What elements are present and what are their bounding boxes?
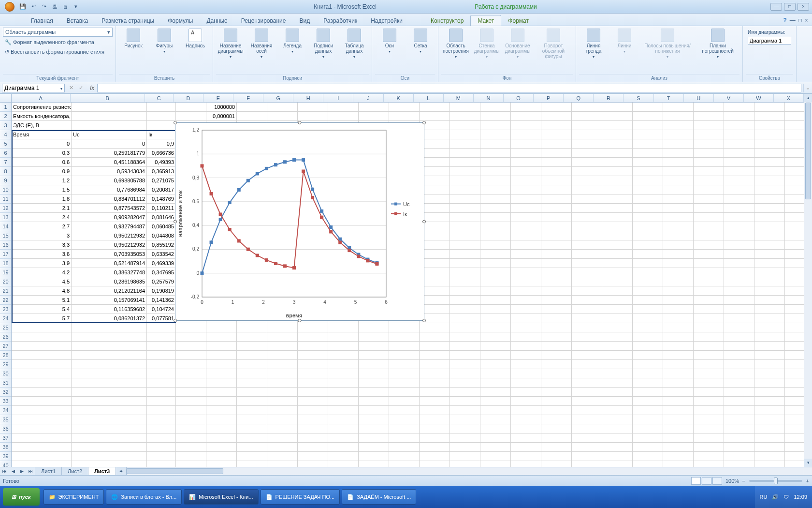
cell[interactable] [480,286,511,296]
cell[interactable] [420,406,450,415]
cell[interactable] [12,351,72,360]
tab-Разметка страницы[interactable]: Разметка страницы [95,15,161,26]
cell-B22[interactable]: 0,157069141 [72,296,147,305]
data-table-button[interactable]: Таблица данных [340,28,369,60]
cell[interactable] [511,130,541,139]
cell[interactable] [663,149,694,158]
cell[interactable] [480,369,511,378]
cell[interactable] [237,351,267,360]
taskbar-item[interactable]: 📊Microsoft Excel - Кни... [184,489,258,505]
cell-C12[interactable]: 0,110211 [147,204,176,213]
zoom-thumb[interactable] [774,478,778,484]
cell[interactable] [147,443,176,452]
cell[interactable] [754,130,785,139]
cell[interactable] [480,121,511,130]
cell[interactable] [633,194,663,204]
cell[interactable] [663,250,694,259]
cell[interactable] [389,388,420,397]
axis-titles-button[interactable]: Названия осей [247,28,276,60]
row-header-7[interactable]: 7 [0,158,11,167]
cell[interactable] [694,213,724,222]
gridlines-button[interactable]: Сетка [406,28,435,55]
cell[interactable] [147,415,176,424]
col-header-B[interactable]: B [71,94,145,102]
chart-wall-button[interactable]: Стенка диаграммы [472,28,501,60]
cell[interactable] [572,222,602,231]
cell[interactable] [602,240,633,250]
row-header-38[interactable]: 38 [0,443,11,452]
cell[interactable] [328,112,359,121]
cell[interactable] [480,139,511,149]
cell[interactable] [572,213,602,222]
cell[interactable] [298,342,328,351]
cell[interactable] [694,240,724,250]
cell[interactable] [724,112,754,121]
cell[interactable] [724,240,754,250]
cell[interactable] [541,323,572,332]
cell[interactable] [389,369,420,378]
cell[interactable] [572,103,602,112]
cell[interactable] [328,332,359,342]
language-indicator[interactable]: RU [760,494,768,500]
sheet-tabs[interactable]: Лист1Лист2Лист3✦ [35,467,127,475]
cell[interactable] [694,259,724,268]
cell[interactable] [450,378,480,388]
cell[interactable] [450,240,480,250]
cell[interactable] [267,388,298,397]
row-header-4[interactable]: 4 [0,130,11,139]
cell[interactable] [724,149,754,158]
cell[interactable] [541,268,572,277]
cell[interactable] [420,342,450,351]
row-header-31[interactable]: 31 [0,378,11,388]
cell[interactable] [147,388,176,397]
print-icon[interactable]: 🖶 [50,2,59,11]
tray-volume-icon[interactable]: 🔊 [772,494,779,500]
cell[interactable] [754,433,785,443]
format-selection-button[interactable]: 🔧 Формат выделенного фрагмента [3,38,113,46]
cell[interactable] [663,194,694,204]
cell[interactable] [12,323,72,332]
row-header-36[interactable]: 36 [0,424,11,433]
cell[interactable] [450,130,480,139]
cell[interactable] [511,286,541,296]
zoom-out-icon[interactable]: − [742,478,745,484]
cell[interactable] [511,397,541,406]
cell[interactable] [450,204,480,213]
cell[interactable] [237,388,267,397]
tab-Разработчик[interactable]: Разработчик [317,15,364,26]
cell[interactable] [237,360,267,369]
insert-picture-button[interactable]: Рисунок [119,28,148,49]
row-header-27[interactable]: 27 [0,342,11,351]
cell[interactable] [694,286,724,296]
cell[interactable] [176,360,206,369]
cell[interactable] [420,452,450,461]
cell[interactable] [541,314,572,323]
cell[interactable] [359,360,389,369]
cell[interactable] [389,342,420,351]
cell[interactable] [541,194,572,204]
cell[interactable] [754,305,785,314]
cell[interactable] [633,296,663,305]
cell-C5[interactable]: 0,9 [147,139,176,149]
cell[interactable] [724,158,754,167]
cell[interactable] [754,286,785,296]
cell[interactable] [480,130,511,139]
cell[interactable] [480,176,511,185]
close-button[interactable]: × [798,3,809,11]
cell[interactable] [602,158,633,167]
cell[interactable] [572,259,602,268]
cell[interactable] [694,277,724,286]
cell-C9[interactable]: 0,271075 [147,176,176,185]
sheet-tab-Лист2[interactable]: Лист2 [62,467,88,475]
cell[interactable] [480,433,511,443]
next-sheet-icon[interactable]: ▶ [17,469,26,474]
cell[interactable] [511,388,541,397]
cell[interactable] [267,424,298,433]
cell[interactable] [663,296,694,305]
cell[interactable] [541,388,572,397]
cell[interactable] [389,415,420,424]
cell[interactable] [633,369,663,378]
cell[interactable] [237,323,267,332]
cell[interactable] [663,433,694,443]
row-header-10[interactable]: 10 [0,185,11,194]
